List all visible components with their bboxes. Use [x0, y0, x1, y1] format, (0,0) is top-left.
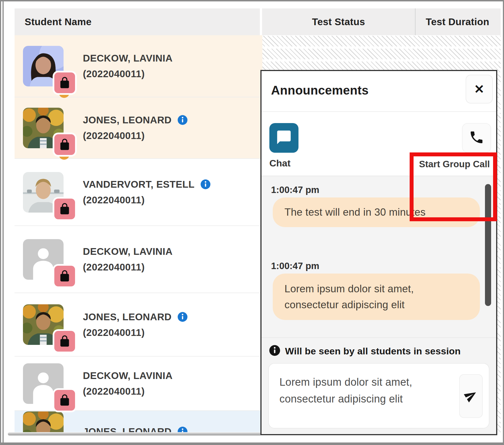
chat-bubble-icon — [276, 129, 292, 147]
student-id: (2022040011) — [83, 130, 188, 141]
phone-icon — [469, 130, 484, 146]
student-text: DECKOW, LAVINIA (2022040011) — [83, 246, 172, 273]
chat-button[interactable] — [269, 123, 298, 153]
student-name: DECKOW, LAVINIA — [83, 53, 172, 64]
start-group-call-label: Start Group Call — [417, 159, 492, 169]
info-icon[interactable] — [177, 426, 188, 432]
send-button[interactable] — [459, 374, 483, 418]
broadcast-note: Will be seen by all students in session — [285, 346, 461, 357]
frame-border-bottom — [0, 442, 504, 445]
announcement-input[interactable]: Lorem ipsum dolor sit amet, consectetur … — [268, 363, 489, 428]
close-icon: ✕ — [474, 82, 484, 96]
avatar — [23, 172, 64, 213]
student-name: JONES, LEONARD — [83, 426, 172, 432]
avatar — [23, 411, 64, 432]
announcements-panel: Announcements ✕ Chat Start Group Call 1:… — [260, 70, 497, 435]
lock-icon — [54, 199, 75, 219]
student-id: (2022040011) — [83, 68, 172, 79]
avatar — [23, 108, 64, 148]
frame-border-left-inner — [3, 0, 4, 445]
lock-icon — [54, 134, 75, 155]
column-divider — [260, 8, 262, 35]
proctoring-screen: Student Name Test Status Test Duration D… — [0, 0, 504, 445]
student-text: JONES, LEONARD — [83, 426, 188, 432]
student-row[interactable]: DECKOW, LAVINIA (2022040011) — [15, 226, 262, 293]
student-row[interactable]: JONES, LEONARD (2022040011) — [15, 97, 262, 159]
frame-border-left — [0, 0, 1, 445]
lock-icon — [54, 390, 75, 411]
avatar — [23, 46, 64, 86]
send-icon — [465, 389, 477, 403]
student-id: (2022040011) — [83, 262, 172, 273]
student-text: VANDERVORT, ESTELL (2022040011) — [83, 179, 211, 206]
column-header-test-duration: Test Duration — [416, 8, 500, 35]
student-id: (2022040011) — [83, 386, 172, 397]
student-name: JONES, LEONARD — [83, 114, 172, 126]
lock-icon — [54, 266, 75, 286]
table-header: Student Name Test Status Test Duration — [15, 8, 501, 35]
student-text: JONES, LEONARD (2022040011) — [83, 114, 188, 141]
student-list: DECKOW, LAVINIA (2022040011) JONES, LEON… — [15, 35, 262, 432]
avatar — [23, 304, 64, 345]
horizontal-scrollbar[interactable] — [8, 432, 261, 435]
start-group-call-button[interactable] — [462, 123, 491, 153]
info-icon[interactable] — [177, 115, 188, 125]
panel-header: Announcements ✕ — [262, 71, 496, 111]
info-icon[interactable] — [177, 312, 188, 322]
announcement-input-value[interactable]: Lorem ipsum dolor sit amet, consectetur … — [269, 364, 489, 428]
student-name: DECKOW, LAVINIA — [83, 246, 172, 257]
panel-actions: Chat Start Group Call — [262, 111, 496, 176]
column-header-test-status: Test Status — [262, 8, 415, 35]
message-timestamp: 1:00:47 pm — [271, 185, 319, 195]
lock-icon — [54, 331, 75, 352]
announcement-messages: 1:00:47 pm The test will end in 30 minut… — [262, 176, 496, 337]
avatar-photo-man — [23, 411, 64, 432]
lock-icon — [54, 72, 75, 93]
message-bubble: The test will end in 30 minutes — [273, 197, 480, 227]
student-text: JONES, LEONARD (2022040011) — [83, 311, 188, 338]
student-row[interactable]: DECKOW, LAVINIA (2022040011) — [15, 35, 262, 97]
chat-label: Chat — [269, 158, 291, 169]
student-row[interactable]: JONES, LEONARD (2022040011) — [15, 293, 262, 357]
panel-footer: Will be seen by all students in session … — [262, 337, 496, 434]
message-bubble: Lorem ipsum dolor sit amet, consectetur … — [273, 274, 480, 320]
student-name: JONES, LEONARD — [83, 311, 172, 322]
column-header-student-name: Student Name — [25, 8, 92, 35]
student-name: VANDERVORT, ESTELL — [83, 179, 195, 190]
close-button[interactable]: ✕ — [466, 75, 493, 103]
frame-border-top — [0, 0, 504, 1]
info-icon — [269, 345, 281, 356]
student-row[interactable]: JONES, LEONARD — [15, 411, 262, 432]
messages-scrollbar[interactable] — [485, 184, 491, 306]
student-name: DECKOW, LAVINIA — [83, 370, 172, 381]
student-text: DECKOW, LAVINIA (2022040011) — [83, 53, 172, 79]
message-timestamp: 1:00:47 pm — [271, 261, 319, 271]
student-row[interactable]: DECKOW, LAVINIA (2022040011) — [15, 357, 262, 411]
info-icon[interactable] — [200, 179, 211, 190]
student-text: DECKOW, LAVINIA (2022040011) — [83, 370, 172, 397]
frame-border-right — [503, 0, 504, 445]
student-id: (2022040011) — [83, 327, 188, 338]
panel-title: Announcements — [271, 83, 369, 97]
student-row[interactable]: VANDERVORT, ESTELL (2022040011) — [15, 159, 262, 226]
avatar — [23, 363, 64, 404]
student-id: (2022040011) — [83, 194, 211, 206]
avatar — [23, 239, 64, 280]
